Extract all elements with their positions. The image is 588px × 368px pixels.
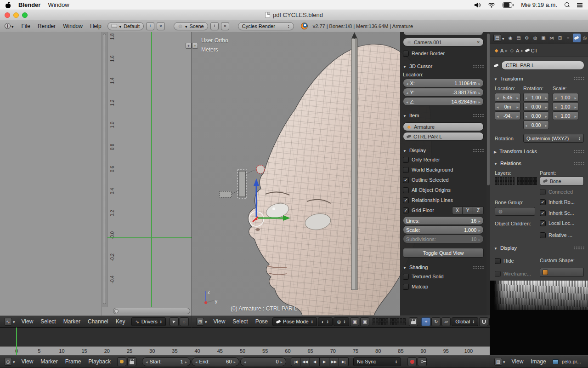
graph-channel-region[interactable] [0, 32, 102, 316]
info-menu[interactable]: File [18, 23, 34, 29]
layer-toggle[interactable] [379, 322, 382, 325]
close-window-button[interactable] [5, 12, 10, 18]
layer-toggle[interactable] [382, 318, 385, 322]
layer-toggle[interactable] [522, 181, 525, 185]
viewport-menu[interactable]: Select [229, 318, 251, 325]
checkbox[interactable] [403, 274, 409, 280]
rotation-mode-select[interactable]: Quaternion (WXYZ) [523, 134, 584, 143]
layer-toggle[interactable] [517, 177, 520, 181]
layer-toggle[interactable] [396, 318, 399, 322]
playback-button[interactable]: ▶| [339, 357, 349, 366]
battery-icon[interactable] [503, 1, 514, 9]
checkbox[interactable] [403, 197, 409, 203]
cursor-coordinate-field[interactable]: Y:-3.88175m [403, 88, 484, 97]
scene-selector[interactable]: ◍Scene [174, 22, 208, 30]
wifi-icon[interactable] [488, 1, 495, 9]
stepper-left-icon[interactable] [406, 99, 408, 104]
panel-grip-icon[interactable] [473, 64, 484, 68]
display-option[interactable]: All Object Origins [403, 185, 484, 195]
layer-toggle[interactable] [390, 318, 393, 322]
layer-toggle[interactable] [527, 177, 530, 181]
display-slider[interactable]: Scale:1.000 [403, 225, 484, 234]
graph-editor-type-button[interactable]: ∿ [2, 317, 17, 326]
graph-menu[interactable]: Key [112, 318, 129, 325]
panel-grip-icon[interactable] [573, 77, 584, 80]
layer-toggle[interactable] [376, 318, 379, 322]
graph-menu[interactable]: View [18, 318, 37, 325]
info-menu[interactable]: Help [86, 23, 105, 29]
layer-toggle[interactable] [498, 181, 500, 185]
start-frame-field[interactable]: Start: 1 [142, 357, 191, 366]
menubar-item[interactable]: Window [48, 1, 69, 8]
playback-button[interactable]: ▶▶ [329, 357, 339, 366]
transform-field[interactable]: -94. [495, 111, 520, 120]
n-panel-scrollbar[interactable] [486, 32, 490, 316]
transform-field[interactable]: 1.00 [553, 93, 578, 102]
breadcrumb-item[interactable]: ◆A [494, 48, 503, 53]
inherit-rotation-option[interactable]: Inherit Ro... [540, 197, 575, 207]
stepper-right-icon[interactable] [516, 104, 519, 109]
relations-panel-header[interactable]: Relations [494, 159, 584, 167]
relative-parenting-option[interactable]: Relative ... [540, 230, 572, 240]
delete-layout-button[interactable] [157, 22, 165, 30]
layer-toggle[interactable] [505, 181, 507, 185]
grid-axis-y-button[interactable]: Y [463, 207, 473, 214]
image-name[interactable]: pelo.pr... [560, 359, 583, 364]
macos-app-menu[interactable]: Blender [18, 1, 40, 8]
checkbox[interactable] [495, 271, 501, 277]
custom-shape-field[interactable] [540, 268, 584, 277]
checkbox[interactable] [540, 189, 546, 195]
hide-option[interactable]: Hide [495, 256, 514, 266]
timeline-menu[interactable]: Playback [85, 358, 114, 365]
minimize-window-button[interactable] [13, 12, 19, 18]
current-frame-field[interactable]: 0 [240, 357, 286, 366]
playback-button[interactable]: ▶ [320, 357, 329, 366]
unlink-icon[interactable] [476, 40, 480, 45]
panel-open-icon[interactable] [403, 113, 407, 118]
layer-toggle[interactable] [393, 322, 396, 325]
panel-grip-icon[interactable] [473, 114, 484, 117]
wireframe-option[interactable]: Wireframe... [495, 269, 531, 279]
display-panel-header[interactable]: Display [494, 244, 584, 252]
stepper-left-icon[interactable] [195, 359, 198, 364]
playback-button[interactable]: |◀ [291, 357, 300, 366]
layer-toggle[interactable] [400, 322, 402, 325]
layer-toggle[interactable] [525, 181, 527, 185]
cursor-panel-header[interactable]: 3D Cursor [403, 62, 484, 70]
properties-editor-type-button[interactable]: ▤ [492, 34, 506, 42]
image-editor-canvas[interactable] [490, 281, 588, 355]
stepper-right-icon[interactable] [478, 227, 481, 233]
cursor-coordinate-field[interactable]: X:-1.11064m [403, 79, 484, 87]
cursor-coordinate-field[interactable]: Z:14.62843m [403, 97, 484, 106]
tab-object[interactable]: ▣ [540, 34, 548, 42]
timeline-menu[interactable]: View [18, 358, 37, 365]
tab-modifiers[interactable]: ⊞ [556, 34, 564, 42]
layer-toggle[interactable] [373, 322, 375, 325]
stepper-right-icon[interactable] [478, 99, 481, 104]
layer-toggle[interactable] [532, 177, 535, 181]
scrollbar-handle[interactable] [103, 34, 106, 304]
layer-toggle[interactable] [393, 318, 396, 322]
layer-toggle[interactable] [520, 177, 522, 181]
graph-horizontal-scrollbar[interactable] [113, 308, 190, 314]
display-panel-header[interactable]: Display [403, 146, 484, 155]
breadcrumb-item[interactable]: ◇A [509, 48, 519, 53]
info-menu[interactable]: Window [59, 23, 86, 29]
apple-menu-icon[interactable] [6, 2, 11, 8]
tab-physics[interactable]: ◎ [581, 34, 588, 42]
volume-icon[interactable] [474, 1, 481, 9]
checkbox[interactable] [540, 220, 546, 226]
checkbox[interactable] [540, 232, 546, 238]
layer-toggle[interactable] [525, 177, 527, 181]
graph-menu[interactable]: Select [37, 318, 59, 325]
bone-name-field[interactable]: CTRL PAR L [501, 61, 584, 70]
transform-field[interactable]: 0.00 [523, 121, 549, 129]
display-option[interactable]: Relationship Lines [403, 195, 484, 205]
stepper-right-icon[interactable] [545, 104, 547, 109]
layer-toggle[interactable] [390, 322, 393, 325]
grid-axis-x-button[interactable]: X [452, 207, 463, 214]
graph-menu[interactable]: Marker [60, 318, 84, 325]
checkbox[interactable] [403, 207, 409, 213]
checkbox[interactable] [403, 187, 409, 193]
display-slider[interactable]: Lines:16 [403, 216, 484, 225]
